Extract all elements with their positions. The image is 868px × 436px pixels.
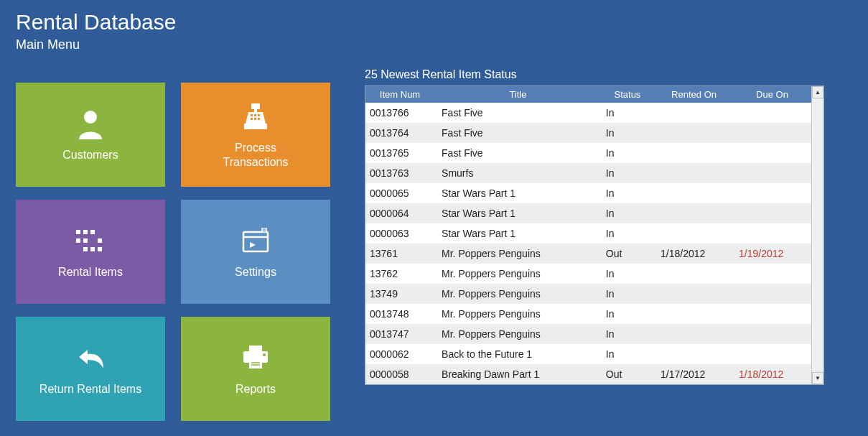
cell-rented-on: 1/17/2012 xyxy=(655,364,733,384)
svg-rect-23 xyxy=(249,345,262,351)
cell-title: Star Wars Part 1 xyxy=(436,183,600,203)
cell-item-num: 0013765 xyxy=(365,143,436,163)
cell-rented-on: 1/18/2012 xyxy=(655,243,733,264)
svg-rect-11 xyxy=(76,230,80,234)
cell-due-on: 1/19/2012 xyxy=(733,243,811,264)
cell-item-num: 0000062 xyxy=(365,344,436,364)
table-row[interactable]: 0000062Back to the Future 1In xyxy=(365,344,811,364)
table-row[interactable]: 13749Mr. Poppers PenguinsIn xyxy=(365,284,811,304)
table-row[interactable]: 0013764Fast FiveIn xyxy=(365,123,811,143)
cell-item-num: 13749 xyxy=(365,284,436,304)
col-title[interactable]: Title xyxy=(436,86,600,103)
table-row[interactable]: 13761Mr. Poppers PenguinsOut1/18/20121/1… xyxy=(365,243,811,264)
rental-status-table: Item Num Title Status Rented On Due On 0… xyxy=(365,86,811,384)
table-row[interactable]: 0013763SmurfsIn xyxy=(365,163,811,183)
app-title: Rental Database xyxy=(16,10,868,34)
table-row[interactable]: 0013747Mr. Poppers PenguinsIn xyxy=(365,324,811,344)
svg-rect-6 xyxy=(254,114,256,116)
svg-rect-18 xyxy=(90,247,95,251)
svg-point-0 xyxy=(84,111,97,124)
cell-due-on xyxy=(733,183,811,203)
table-row[interactable]: 0013766Fast FiveIn xyxy=(365,103,811,123)
settings-window-icon xyxy=(241,225,270,256)
customers-tile[interactable]: Customers xyxy=(16,83,165,187)
table-row[interactable]: 13762Mr. Poppers PenguinsIn xyxy=(365,264,811,284)
table-row[interactable]: 0013765Fast FiveIn xyxy=(365,143,811,163)
cell-status: In xyxy=(600,123,655,143)
person-icon xyxy=(76,108,105,139)
svg-rect-7 xyxy=(258,114,260,116)
cell-item-num: 0013747 xyxy=(365,324,436,344)
cell-item-num: 0000063 xyxy=(365,223,436,243)
svg-rect-5 xyxy=(251,114,253,116)
cell-rented-on xyxy=(655,203,733,223)
cell-due-on xyxy=(733,123,811,143)
svg-rect-25 xyxy=(249,360,262,368)
table-row[interactable]: 0000064Star Wars Part 1In xyxy=(365,203,811,223)
col-item-num[interactable]: Item Num xyxy=(365,86,436,103)
cell-title: Breaking Dawn Part 1 xyxy=(436,364,600,384)
cell-item-num: 0013766 xyxy=(365,103,436,123)
tile-label: Return Rental Items xyxy=(39,382,141,396)
reports-tile[interactable]: Reports xyxy=(181,317,330,421)
svg-rect-12 xyxy=(83,230,88,234)
cell-item-num: 13761 xyxy=(365,243,436,264)
cell-item-num: 0013748 xyxy=(365,304,436,324)
cell-rented-on xyxy=(655,163,733,183)
cell-title: Star Wars Part 1 xyxy=(436,203,600,223)
cell-title: Fast Five xyxy=(436,143,600,163)
svg-rect-9 xyxy=(254,118,256,120)
cell-rented-on xyxy=(655,223,733,243)
process-transactions-tile[interactable]: Process Transactions xyxy=(181,83,330,187)
tile-label: Settings xyxy=(235,265,276,279)
cell-status: In xyxy=(600,264,655,284)
svg-rect-16 xyxy=(98,238,102,243)
vertical-scrollbar[interactable]: ▲ ▼ xyxy=(811,86,823,384)
rental-items-tile[interactable]: Rental Items xyxy=(16,200,165,304)
cell-item-num: 0000058 xyxy=(365,364,436,384)
svg-rect-2 xyxy=(251,103,260,109)
svg-rect-19 xyxy=(98,247,102,251)
table-row[interactable]: 0000058Breaking Dawn Part 1Out1/17/20121… xyxy=(365,364,811,384)
table-header-row: Item Num Title Status Rented On Due On xyxy=(365,86,811,103)
cell-title: Star Wars Part 1 xyxy=(436,223,600,243)
cell-status: In xyxy=(600,143,655,163)
scroll-down-button[interactable]: ▼ xyxy=(812,372,823,384)
cash-register-icon xyxy=(240,101,271,132)
cell-title: Back to the Future 1 xyxy=(436,344,600,364)
cell-due-on xyxy=(733,163,811,183)
table-row[interactable]: 0000063Star Wars Part 1In xyxy=(365,223,811,243)
cell-status: In xyxy=(600,344,655,364)
svg-rect-3 xyxy=(254,109,257,112)
cell-rented-on xyxy=(655,123,733,143)
col-status[interactable]: Status xyxy=(600,86,655,103)
svg-rect-10 xyxy=(258,118,260,120)
cell-due-on: 1/18/2012 xyxy=(733,364,811,384)
cell-item-num: 0000065 xyxy=(365,183,436,203)
scroll-up-button[interactable]: ▲ xyxy=(812,86,823,98)
cell-rented-on xyxy=(655,183,733,203)
table-row[interactable]: 0013748Mr. Poppers PenguinsIn xyxy=(365,304,811,324)
cell-title: Mr. Poppers Penguins xyxy=(436,243,600,264)
undo-icon xyxy=(75,342,106,374)
cell-due-on xyxy=(733,203,811,223)
svg-rect-8 xyxy=(251,118,253,120)
cell-due-on xyxy=(733,324,811,344)
cell-item-num: 0013764 xyxy=(365,123,436,143)
svg-rect-1 xyxy=(92,127,95,129)
rental-status-table-container: Item Num Title Status Rented On Due On 0… xyxy=(365,85,824,385)
cell-rented-on xyxy=(655,264,733,284)
col-due-on[interactable]: Due On xyxy=(733,86,811,103)
cell-due-on xyxy=(733,143,811,163)
cell-status: In xyxy=(600,324,655,344)
cell-title: Fast Five xyxy=(436,123,600,143)
return-rental-items-tile[interactable]: Return Rental Items xyxy=(16,317,165,421)
cell-status: In xyxy=(600,284,655,304)
settings-tile[interactable]: Settings xyxy=(181,200,330,304)
svg-rect-20 xyxy=(243,232,268,251)
cell-title: Mr. Poppers Penguins xyxy=(436,284,600,304)
table-row[interactable]: 0000065Star Wars Part 1In xyxy=(365,183,811,203)
main-menu-tiles: Customers Process Transactions xyxy=(16,83,330,421)
col-rented-on[interactable]: Rented On xyxy=(655,86,733,103)
cell-rented-on xyxy=(655,143,733,163)
